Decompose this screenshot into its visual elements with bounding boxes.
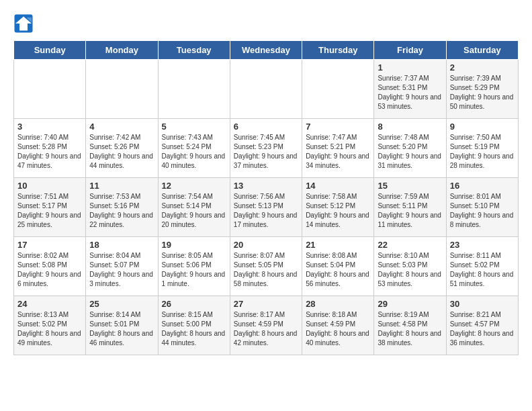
day-number: 29	[378, 299, 442, 309]
day-info: Sunrise: 8:21 AM Sunset: 4:57 PM Dayligh…	[450, 310, 515, 348]
day-number: 15	[378, 181, 442, 191]
day-number: 24	[17, 299, 82, 309]
calendar-header: SundayMondayTuesdayWednesdayThursdayFrid…	[14, 41, 519, 60]
week-row-3: 10Sunrise: 7:51 AM Sunset: 5:17 PM Dayli…	[14, 178, 519, 237]
day-cell: 24Sunrise: 8:13 AM Sunset: 5:02 PM Dayli…	[14, 296, 86, 355]
day-cell: 17Sunrise: 8:02 AM Sunset: 5:08 PM Dayli…	[14, 237, 86, 296]
day-cell: 26Sunrise: 8:15 AM Sunset: 5:00 PM Dayli…	[158, 296, 230, 355]
day-cell: 6Sunrise: 7:45 AM Sunset: 5:23 PM Daylig…	[230, 119, 302, 178]
header-day-wednesday: Wednesday	[230, 41, 302, 60]
day-cell: 4Sunrise: 7:42 AM Sunset: 5:26 PM Daylig…	[86, 119, 158, 178]
day-info: Sunrise: 7:40 AM Sunset: 5:28 PM Dayligh…	[17, 133, 82, 171]
header-day-sunday: Sunday	[14, 41, 86, 60]
day-number: 16	[450, 181, 515, 191]
week-row-5: 24Sunrise: 8:13 AM Sunset: 5:02 PM Dayli…	[14, 296, 519, 355]
day-cell: 11Sunrise: 7:53 AM Sunset: 5:16 PM Dayli…	[86, 178, 158, 237]
day-cell: 27Sunrise: 8:17 AM Sunset: 4:59 PM Dayli…	[230, 296, 302, 355]
week-row-4: 17Sunrise: 8:02 AM Sunset: 5:08 PM Dayli…	[14, 237, 519, 296]
day-cell	[86, 60, 158, 119]
day-number: 17	[17, 240, 82, 250]
day-info: Sunrise: 7:45 AM Sunset: 5:23 PM Dayligh…	[234, 133, 298, 171]
day-cell: 7Sunrise: 7:47 AM Sunset: 5:21 PM Daylig…	[302, 119, 374, 178]
day-number: 10	[17, 181, 82, 191]
day-number: 4	[89, 122, 154, 132]
header-day-tuesday: Tuesday	[158, 41, 230, 60]
day-info: Sunrise: 7:58 AM Sunset: 5:12 PM Dayligh…	[306, 192, 370, 230]
day-info: Sunrise: 8:13 AM Sunset: 5:02 PM Dayligh…	[17, 310, 82, 348]
day-cell: 10Sunrise: 7:51 AM Sunset: 5:17 PM Dayli…	[14, 178, 86, 237]
day-number: 13	[234, 181, 298, 191]
page-header	[13, 13, 519, 34]
day-cell: 15Sunrise: 7:59 AM Sunset: 5:11 PM Dayli…	[374, 178, 446, 237]
header-day-friday: Friday	[374, 41, 446, 60]
day-cell	[158, 60, 230, 119]
day-number: 22	[378, 240, 442, 250]
day-info: Sunrise: 8:05 AM Sunset: 5:06 PM Dayligh…	[162, 251, 226, 289]
calendar-body: 1Sunrise: 7:37 AM Sunset: 5:31 PM Daylig…	[14, 60, 519, 355]
day-cell: 16Sunrise: 8:01 AM Sunset: 5:10 PM Dayli…	[446, 178, 518, 237]
day-info: Sunrise: 7:42 AM Sunset: 5:26 PM Dayligh…	[89, 133, 154, 171]
day-number: 8	[378, 122, 442, 132]
day-cell: 9Sunrise: 7:50 AM Sunset: 5:19 PM Daylig…	[446, 119, 518, 178]
day-info: Sunrise: 8:04 AM Sunset: 5:07 PM Dayligh…	[89, 251, 154, 289]
day-number: 18	[89, 240, 154, 250]
day-cell: 21Sunrise: 8:08 AM Sunset: 5:04 PM Dayli…	[302, 237, 374, 296]
day-number: 12	[162, 181, 226, 191]
day-info: Sunrise: 8:01 AM Sunset: 5:10 PM Dayligh…	[450, 192, 515, 230]
calendar-table: SundayMondayTuesdayWednesdayThursdayFrid…	[13, 40, 519, 355]
day-cell: 18Sunrise: 8:04 AM Sunset: 5:07 PM Dayli…	[86, 237, 158, 296]
day-number: 14	[306, 181, 370, 191]
day-number: 2	[450, 62, 515, 73]
day-cell	[230, 60, 302, 119]
day-number: 11	[89, 181, 154, 191]
week-row-2: 3Sunrise: 7:40 AM Sunset: 5:28 PM Daylig…	[14, 119, 519, 178]
day-cell: 13Sunrise: 7:56 AM Sunset: 5:13 PM Dayli…	[230, 178, 302, 237]
day-info: Sunrise: 7:50 AM Sunset: 5:19 PM Dayligh…	[450, 133, 515, 171]
day-info: Sunrise: 7:47 AM Sunset: 5:21 PM Dayligh…	[306, 133, 370, 171]
day-info: Sunrise: 7:43 AM Sunset: 5:24 PM Dayligh…	[162, 133, 226, 171]
day-info: Sunrise: 8:19 AM Sunset: 4:58 PM Dayligh…	[378, 310, 442, 348]
day-cell	[14, 60, 86, 119]
day-cell: 3Sunrise: 7:40 AM Sunset: 5:28 PM Daylig…	[14, 119, 86, 178]
day-cell: 23Sunrise: 8:11 AM Sunset: 5:02 PM Dayli…	[446, 237, 518, 296]
header-day-thursday: Thursday	[302, 41, 374, 60]
header-day-saturday: Saturday	[446, 41, 518, 60]
day-info: Sunrise: 7:37 AM Sunset: 5:31 PM Dayligh…	[378, 74, 442, 111]
day-info: Sunrise: 8:10 AM Sunset: 5:03 PM Dayligh…	[378, 251, 442, 289]
week-row-1: 1Sunrise: 7:37 AM Sunset: 5:31 PM Daylig…	[14, 60, 519, 119]
day-cell: 29Sunrise: 8:19 AM Sunset: 4:58 PM Dayli…	[374, 296, 446, 355]
day-cell: 19Sunrise: 8:05 AM Sunset: 5:06 PM Dayli…	[158, 237, 230, 296]
day-number: 1	[378, 62, 442, 73]
day-cell: 1Sunrise: 7:37 AM Sunset: 5:31 PM Daylig…	[374, 60, 446, 119]
day-number: 28	[306, 299, 370, 309]
day-info: Sunrise: 7:53 AM Sunset: 5:16 PM Dayligh…	[89, 192, 154, 230]
day-info: Sunrise: 8:18 AM Sunset: 4:59 PM Dayligh…	[306, 310, 370, 348]
day-cell: 22Sunrise: 8:10 AM Sunset: 5:03 PM Dayli…	[374, 237, 446, 296]
day-number: 9	[450, 122, 515, 132]
logo	[13, 13, 35, 34]
day-number: 19	[162, 240, 226, 250]
day-info: Sunrise: 8:11 AM Sunset: 5:02 PM Dayligh…	[450, 251, 515, 289]
day-info: Sunrise: 8:02 AM Sunset: 5:08 PM Dayligh…	[17, 251, 82, 289]
header-day-monday: Monday	[86, 41, 158, 60]
day-cell	[302, 60, 374, 119]
header-row: SundayMondayTuesdayWednesdayThursdayFrid…	[14, 41, 519, 60]
day-number: 21	[306, 240, 370, 250]
day-info: Sunrise: 7:59 AM Sunset: 5:11 PM Dayligh…	[378, 192, 442, 230]
day-cell: 5Sunrise: 7:43 AM Sunset: 5:24 PM Daylig…	[158, 119, 230, 178]
day-number: 25	[89, 299, 154, 309]
day-info: Sunrise: 7:56 AM Sunset: 5:13 PM Dayligh…	[234, 192, 298, 230]
day-cell: 8Sunrise: 7:48 AM Sunset: 5:20 PM Daylig…	[374, 119, 446, 178]
day-cell: 12Sunrise: 7:54 AM Sunset: 5:14 PM Dayli…	[158, 178, 230, 237]
day-cell: 28Sunrise: 8:18 AM Sunset: 4:59 PM Dayli…	[302, 296, 374, 355]
day-number: 5	[162, 122, 226, 132]
day-cell: 30Sunrise: 8:21 AM Sunset: 4:57 PM Dayli…	[446, 296, 518, 355]
day-number: 7	[306, 122, 370, 132]
day-info: Sunrise: 8:07 AM Sunset: 5:05 PM Dayligh…	[234, 251, 298, 289]
day-number: 27	[234, 299, 298, 309]
day-info: Sunrise: 8:08 AM Sunset: 5:04 PM Dayligh…	[306, 251, 370, 289]
day-info: Sunrise: 7:51 AM Sunset: 5:17 PM Dayligh…	[17, 192, 82, 230]
day-cell: 2Sunrise: 7:39 AM Sunset: 5:29 PM Daylig…	[446, 60, 518, 119]
day-info: Sunrise: 8:14 AM Sunset: 5:01 PM Dayligh…	[89, 310, 154, 348]
day-number: 26	[162, 299, 226, 309]
